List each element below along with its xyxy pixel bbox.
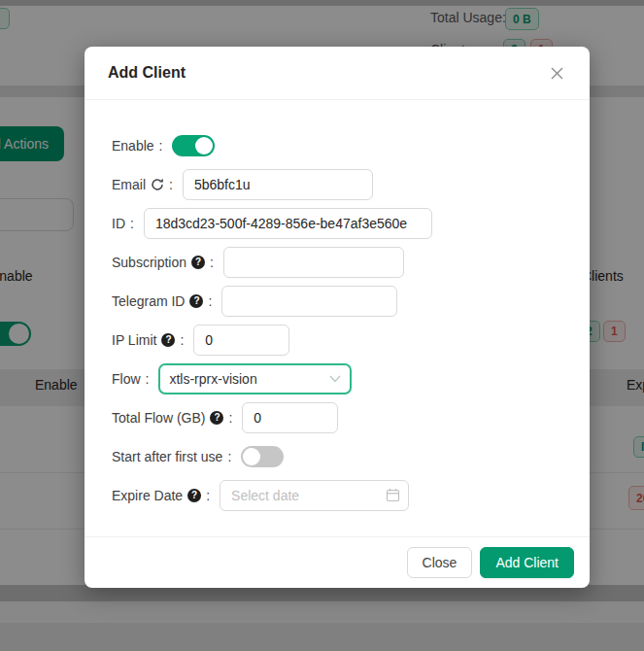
modal-footer: Close Add Client <box>85 536 590 588</box>
telegram-id-input[interactable] <box>221 286 397 317</box>
chevron-down-icon <box>329 375 341 383</box>
enable-label: Enable: <box>112 138 162 154</box>
calendar-icon <box>386 488 400 506</box>
add-client-modal: Add Client Enable: Email : <box>85 47 590 588</box>
app-window: Total Usage: 0 B Clients: 2 1 General Ac… <box>0 0 644 651</box>
flow-label: Flow: <box>112 371 149 387</box>
expire-date-input[interactable] <box>220 480 409 511</box>
regenerate-email-icon[interactable] <box>151 178 164 191</box>
field-row-start-after-first-use: Start after first use: <box>112 441 590 472</box>
expire-date-picker[interactable] <box>220 480 409 511</box>
flow-select[interactable]: xtls-rprx-vision <box>158 363 352 394</box>
help-icon[interactable]: ? <box>189 294 203 308</box>
toggle-knob <box>195 137 213 154</box>
email-label: Email : <box>112 177 173 192</box>
start-after-first-use-label: Start after first use: <box>112 449 231 464</box>
modal-body: Enable: Email : ID: <box>85 100 590 511</box>
help-icon[interactable]: ? <box>161 333 175 347</box>
flow-select-value: xtls-rprx-vision <box>169 371 256 387</box>
field-row-id: ID: <box>112 208 590 239</box>
field-row-total-flow: Total Flow (GB) ?: <box>112 402 590 433</box>
add-client-button[interactable]: Add Client <box>480 547 574 578</box>
id-label: ID: <box>112 216 134 231</box>
modal-title: Add Client <box>108 64 186 82</box>
field-row-email: Email : <box>112 169 590 200</box>
field-row-telegram: Telegram ID ?: <box>112 286 590 317</box>
start-after-first-use-toggle[interactable] <box>241 446 284 467</box>
modal-header: Add Client <box>85 47 590 100</box>
help-icon[interactable]: ? <box>210 411 223 425</box>
close-button[interactable]: Close <box>407 547 473 578</box>
total-flow-input[interactable] <box>242 402 338 433</box>
id-input[interactable] <box>144 208 432 239</box>
telegram-label: Telegram ID ?: <box>112 293 212 309</box>
subscription-input[interactable] <box>223 247 404 278</box>
field-row-expire-date: Expire Date ?: <box>112 480 590 511</box>
email-input[interactable] <box>183 169 373 200</box>
ip-limit-label: IP Limit ?: <box>112 332 184 348</box>
close-icon[interactable] <box>546 62 568 85</box>
ip-limit-input[interactable] <box>193 325 289 356</box>
field-row-subscription: Subscription ?: <box>112 247 590 278</box>
field-row-enable: Enable: <box>112 130 590 161</box>
toggle-knob <box>243 448 260 465</box>
enable-toggle[interactable] <box>172 135 215 156</box>
field-row-ip-limit: IP Limit ?: <box>112 325 590 356</box>
subscription-label: Subscription ?: <box>112 255 214 270</box>
field-row-flow: Flow: xtls-rprx-vision <box>112 363 590 394</box>
help-icon[interactable]: ? <box>187 489 201 502</box>
help-icon[interactable]: ? <box>191 256 205 269</box>
expire-date-label: Expire Date ?: <box>112 488 210 503</box>
total-flow-label: Total Flow (GB) ?: <box>112 410 232 426</box>
